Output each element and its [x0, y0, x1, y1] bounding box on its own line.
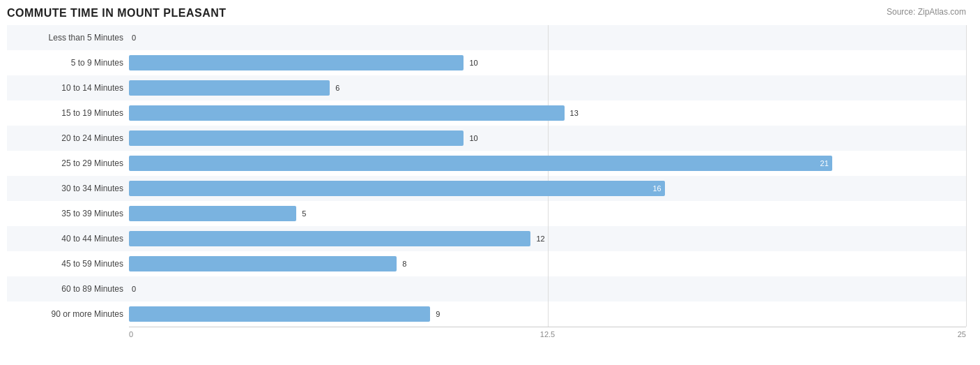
chart-source: Source: ZipAtlas.com: [887, 7, 966, 17]
bar-area: 10: [129, 126, 966, 151]
bar-area: 0: [129, 276, 966, 301]
bar-value: 13: [567, 109, 579, 117]
x-axis: 0 12.5 25: [129, 327, 966, 330]
bar-value: 12: [533, 234, 544, 243]
bar-label: 45 to 59 Minutes: [7, 259, 129, 269]
bar-row: 40 to 44 Minutes12: [7, 226, 966, 251]
bar-area: 0: [129, 25, 966, 50]
bar-fill: [129, 231, 530, 246]
bar-label: 90 or more Minutes: [7, 309, 129, 319]
bar-area: 16: [129, 176, 966, 201]
chart-body: Less than 5 Minutes05 to 9 Minutes1010 t…: [7, 25, 966, 327]
bar-value: 5: [299, 209, 306, 218]
bar-row: 30 to 34 Minutes16: [7, 176, 966, 201]
x-label-0: 0: [129, 330, 133, 338]
chart-header: COMMUTE TIME IN MOUNT PLEASANT Source: Z…: [7, 7, 966, 20]
bar-label: 35 to 39 Minutes: [7, 209, 129, 218]
bar-area: 9: [129, 301, 966, 327]
chart-container: COMMUTE TIME IN MOUNT PLEASANT Source: Z…: [0, 0, 980, 365]
chart-title: COMMUTE TIME IN MOUNT PLEASANT: [7, 7, 227, 20]
bar-fill: [129, 131, 464, 146]
bar-row: 60 to 89 Minutes0: [7, 276, 966, 301]
bar-value: 0: [132, 33, 136, 42]
bar-fill: [129, 306, 430, 322]
bar-row: 90 or more Minutes9: [7, 301, 966, 327]
bar-fill: [129, 105, 565, 121]
bar-value: 16: [652, 184, 661, 193]
bar-fill: 21: [129, 156, 832, 171]
bar-label: 40 to 44 Minutes: [7, 234, 129, 244]
x-label-max: 25: [958, 330, 966, 338]
bar-value: 6: [332, 84, 339, 92]
bar-row: 25 to 29 Minutes21: [7, 151, 966, 176]
bar-area: 8: [129, 251, 966, 276]
bar-value: 0: [132, 285, 136, 293]
bar-value: 8: [399, 260, 406, 268]
bar-row: 20 to 24 Minutes10: [7, 126, 966, 151]
x-label-mid: 12.5: [540, 330, 555, 338]
bar-value: 21: [820, 159, 829, 167]
bar-label: 10 to 14 Minutes: [7, 83, 129, 93]
bar-fill: [129, 206, 296, 221]
bar-label: 20 to 24 Minutes: [7, 133, 129, 143]
bar-label: 30 to 34 Minutes: [7, 184, 129, 193]
bar-fill: [129, 256, 397, 271]
bar-area: 13: [129, 100, 966, 126]
bar-row: 10 to 14 Minutes6: [7, 75, 966, 100]
bar-area: 21: [129, 151, 966, 176]
bar-value: 10: [466, 134, 477, 142]
bar-row: 45 to 59 Minutes8: [7, 251, 966, 276]
bar-area: 12: [129, 226, 966, 251]
bar-row: 5 to 9 Minutes10: [7, 50, 966, 75]
bar-row: Less than 5 Minutes0: [7, 25, 966, 50]
bar-area: 5: [129, 201, 966, 226]
bar-area: 6: [129, 75, 966, 100]
bar-row: 15 to 19 Minutes13: [7, 100, 966, 126]
bar-label: 60 to 89 Minutes: [7, 284, 129, 294]
bar-label: 5 to 9 Minutes: [7, 58, 129, 68]
bar-fill: 16: [129, 181, 665, 196]
bar-label: 25 to 29 Minutes: [7, 158, 129, 168]
bar-row: 35 to 39 Minutes5: [7, 201, 966, 226]
bar-fill: [129, 80, 330, 96]
bar-area: 10: [129, 50, 966, 75]
bar-label: Less than 5 Minutes: [7, 33, 129, 43]
bar-value: 9: [433, 310, 440, 318]
bar-label: 15 to 19 Minutes: [7, 108, 129, 118]
bar-fill: [129, 55, 464, 70]
bar-value: 10: [466, 59, 477, 67]
